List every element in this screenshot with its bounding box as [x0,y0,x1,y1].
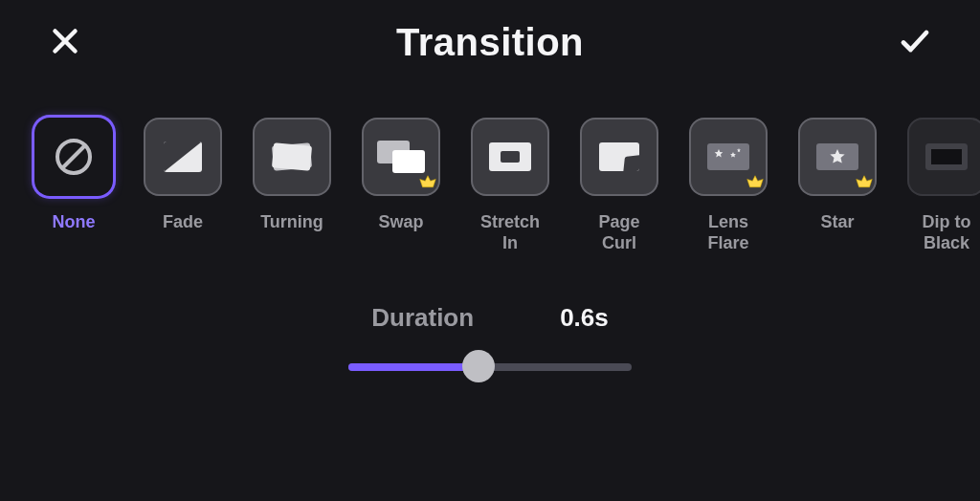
slider-thumb[interactable] [462,350,495,382]
transition-label: Page Curl [580,211,658,253]
none-icon [53,136,95,178]
transition-label: Fade [163,211,203,232]
duration-slider[interactable] [348,350,632,382]
lens-flare-icon [707,143,749,170]
svg-line-3 [62,145,85,168]
transition-tile[interactable] [362,118,440,196]
close-icon [48,24,82,62]
premium-icon [854,173,875,194]
transition-turning[interactable]: Turning [253,118,331,232]
premium-icon [745,173,766,194]
transition-dip-black[interactable]: Dip to Black [907,118,980,253]
transition-stretch-in[interactable]: Stretch In [471,118,549,253]
swap-icon [377,141,425,173]
transition-tile[interactable] [253,118,331,196]
transition-tile[interactable] [689,118,768,196]
star-icon [816,143,858,170]
premium-icon [417,173,438,194]
transition-label: Stretch In [471,211,549,253]
transition-tile[interactable] [798,118,877,196]
transition-tile[interactable] [471,118,549,196]
transition-label: Lens Flare [689,211,768,253]
slider-fill [348,363,479,371]
transition-label: Turning [260,211,323,232]
page-curl-icon [599,142,639,171]
transition-swap[interactable]: Swap [362,118,440,232]
transition-tile[interactable] [907,118,980,196]
close-button[interactable] [48,24,82,62]
duration-value: 0.6s [560,303,609,333]
transition-lens-flare[interactable]: Lens Flare [689,118,768,253]
transition-tile[interactable] [580,118,658,196]
transition-star[interactable]: Star [798,118,877,232]
confirm-button[interactable] [898,24,932,62]
duration-label: Duration [371,303,474,333]
transition-label: Star [820,211,854,232]
page-title: Transition [396,21,584,64]
fade-icon [164,142,202,172]
transition-label: Dip to Black [907,211,980,253]
checkmark-icon [898,24,932,62]
transition-page-curl[interactable]: Page Curl [580,118,658,253]
stretch-in-icon [489,142,531,171]
transition-tile[interactable] [144,118,222,196]
transition-list[interactable]: NoneFadeTurningSwapStretch InPage CurlLe… [0,64,980,253]
duration-panel: Duration 0.6s [0,303,980,382]
transition-none[interactable]: None [34,118,113,232]
transition-label: None [53,211,96,232]
turning-icon [270,142,314,171]
transition-label: Swap [378,211,423,232]
dip-to-black-icon [925,143,968,170]
transition-fade[interactable]: Fade [144,118,222,232]
transition-tile[interactable] [34,118,113,196]
